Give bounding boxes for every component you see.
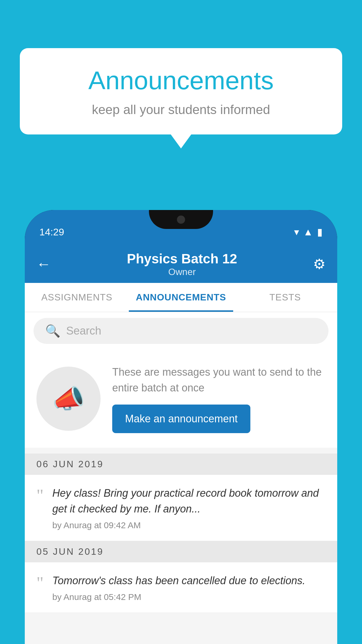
- speech-bubble-section: Announcements keep all your students inf…: [20, 48, 342, 134]
- announcement-item-1[interactable]: " Hey class! Bring your practical record…: [25, 475, 337, 541]
- speech-bubble: Announcements keep all your students inf…: [20, 48, 342, 134]
- speech-bubble-title: Announcements: [43, 66, 319, 95]
- date-header-2: 05 JUN 2019: [25, 541, 337, 562]
- wifi-icon: ▾: [294, 226, 299, 238]
- megaphone-icon: 📣: [52, 384, 85, 414]
- status-time: 14:29: [39, 226, 64, 238]
- app-bar-title: Physics Batch 12: [127, 251, 237, 267]
- app-bar-subtitle: Owner: [127, 267, 237, 277]
- announcement-content-1: Hey class! Bring your practical record b…: [52, 485, 326, 530]
- empty-state-message: These are messages you want to send to t…: [112, 364, 326, 396]
- search-bar-wrapper: 🔍 Search: [25, 312, 337, 350]
- announcement-text-1: Hey class! Bring your practical record b…: [52, 485, 326, 517]
- status-icons: ▾ ▲ ▮: [294, 226, 323, 238]
- make-announcement-button[interactable]: Make an announcement: [112, 405, 250, 433]
- battery-icon: ▮: [317, 226, 323, 238]
- search-icon: 🔍: [45, 324, 60, 338]
- search-bar[interactable]: 🔍 Search: [34, 318, 328, 344]
- settings-button[interactable]: ⚙: [313, 256, 326, 272]
- status-bar: 14:29 ▾ ▲ ▮: [25, 210, 337, 245]
- camera-dot: [177, 216, 185, 224]
- app-bar: ← Physics Batch 12 Owner ⚙: [25, 245, 337, 283]
- announcement-icon-circle: 📣: [36, 367, 101, 431]
- announcement-item-2[interactable]: " Tomorrow's class has been cancelled du…: [25, 562, 337, 613]
- tab-tests[interactable]: TESTS: [233, 283, 337, 312]
- tab-announcements[interactable]: ANNOUNCEMENTS: [129, 283, 233, 312]
- phone-mockup: 14:29 ▾ ▲ ▮ ← Physics Batch 12 Owner ⚙: [25, 210, 337, 644]
- empty-state: 📣 These are messages you want to send to…: [25, 350, 337, 448]
- quote-icon-1: ": [36, 488, 44, 502]
- back-button[interactable]: ←: [36, 256, 51, 272]
- signal-icon: ▲: [303, 226, 313, 238]
- date-header-1: 06 JUN 2019: [25, 454, 337, 475]
- announcement-meta-1: by Anurag at 09:42 AM: [52, 520, 326, 530]
- phone-body: 14:29 ▾ ▲ ▮ ← Physics Batch 12 Owner ⚙: [25, 210, 337, 644]
- tab-assignments[interactable]: ASSIGNMENTS: [25, 283, 129, 312]
- tabs-bar: ASSIGNMENTS ANNOUNCEMENTS TESTS: [25, 283, 337, 312]
- phone-notch: [149, 210, 213, 229]
- announcement-meta-2: by Anurag at 05:42 PM: [52, 592, 326, 602]
- search-input[interactable]: Search: [66, 325, 101, 337]
- empty-state-right: These are messages you want to send to t…: [112, 364, 326, 433]
- quote-icon-2: ": [36, 576, 44, 590]
- announcement-content-2: Tomorrow's class has been cancelled due …: [52, 573, 326, 602]
- speech-bubble-subtitle: keep all your students informed: [43, 102, 319, 117]
- app-bar-center: Physics Batch 12 Owner: [127, 251, 237, 277]
- announcement-text-2: Tomorrow's class has been cancelled due …: [52, 573, 326, 589]
- screen-content: ← Physics Batch 12 Owner ⚙ ASSIGNMENTS A…: [25, 245, 337, 644]
